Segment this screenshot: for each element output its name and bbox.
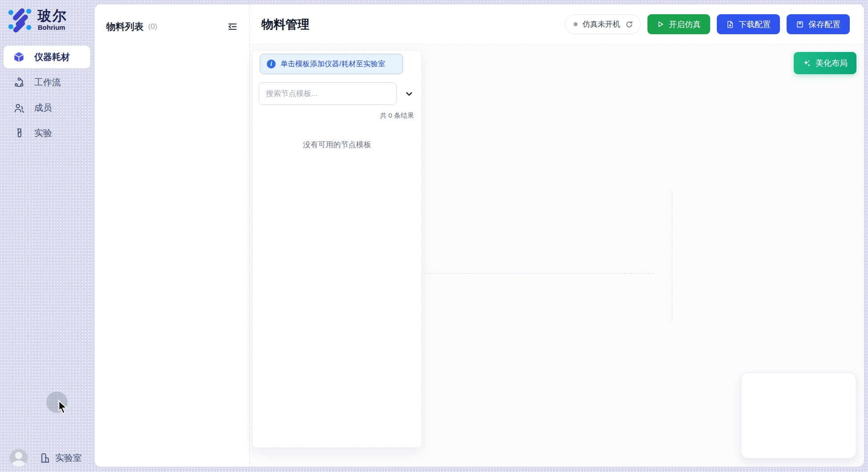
cursor-pointer (56, 400, 69, 415)
refresh-status-button[interactable] (625, 20, 633, 28)
beautify-layout-label: 美化布局 (816, 58, 848, 68)
empty-templates-text: 没有可用的节点模板 (253, 140, 422, 150)
workflow-icon (13, 76, 25, 88)
materials-list-panel: 物料列表 (0) (95, 4, 249, 467)
sidebar-item-label: 成员 (34, 102, 52, 114)
cube-icon (13, 51, 25, 63)
simulation-status-pill: 仿真未开机 (565, 14, 641, 34)
download-config-button[interactable]: 下载配置 (717, 14, 780, 34)
lab-entry-label: 实验室 (55, 452, 82, 464)
building-icon (40, 452, 51, 464)
bohrium-logo-icon (7, 7, 33, 33)
sidebar-item-label: 实验 (34, 127, 52, 139)
beautify-layout-button[interactable]: 美化布局 (794, 52, 856, 74)
main-header: 物料管理 仿真未开机 开启仿真 (249, 4, 864, 44)
download-config-label: 下载配置 (739, 19, 771, 30)
experiment-icon (13, 127, 25, 139)
sparkles-icon (803, 59, 811, 68)
save-config-label: 保存配置 (808, 19, 840, 30)
template-search-row (259, 82, 415, 105)
info-icon: i (267, 60, 276, 68)
simulation-status-text: 仿真未开机 (583, 19, 620, 29)
brand-name: 玻尔 (38, 9, 67, 24)
alignment-guide-horizontal (422, 273, 654, 274)
sidebar-nav: 仪器耗材 工作流 (0, 46, 95, 147)
sidebar-footer: 实验室 (10, 449, 82, 467)
sidebar-item-label: 工作流 (34, 76, 61, 88)
results-count: 共 0 条结果 (253, 112, 414, 120)
layout-canvas[interactable]: i 单击模板添加仪器/耗材至实验室 共 0 条结果 没有可用的节点模板 (249, 44, 864, 467)
template-hint-text: 单击模板添加仪器/耗材至实验室 (281, 59, 386, 69)
save-icon (796, 20, 804, 28)
brand-logo: 玻尔 Bohrium (7, 7, 67, 33)
template-hint-banner: i 单击模板添加仪器/耗材至实验室 (260, 54, 403, 74)
materials-list-count: (0) (148, 22, 157, 31)
status-dot (574, 22, 578, 26)
content-card: 物料列表 (0) 物料管理 仿真未开机 (95, 4, 864, 467)
app-root: { "brand": { "name": "玻尔", "subtitle": "… (0, 0, 868, 472)
sidebar: 玻尔 Bohrium 仪器耗材 (0, 0, 95, 472)
sidebar-item-instruments[interactable]: 仪器耗材 (4, 46, 90, 68)
file-download-icon (726, 20, 734, 28)
sidebar-item-experiment[interactable]: 实验 (4, 122, 90, 144)
lab-entry-button[interactable]: 实验室 (40, 452, 82, 464)
play-icon (657, 20, 664, 28)
start-simulation-button[interactable]: 开启仿真 (647, 14, 710, 34)
brand-subtitle: Bohrium (38, 24, 67, 31)
refresh-icon (625, 20, 633, 28)
sidebar-item-label: 仪器耗材 (34, 51, 70, 63)
chevron-down-icon (404, 89, 414, 99)
materials-list-header: 物料列表 (0) (95, 4, 249, 33)
sidebar-item-workflow[interactable]: 工作流 (4, 71, 90, 94)
sidebar-item-members[interactable]: 成员 (4, 96, 90, 119)
collapse-panel-button[interactable] (227, 21, 238, 32)
user-avatar-icon[interactable] (10, 449, 28, 467)
save-config-button[interactable]: 保存配置 (787, 14, 850, 34)
page-title: 物料管理 (261, 16, 309, 32)
start-simulation-label: 开启仿真 (669, 19, 701, 30)
main-column: 物料管理 仿真未开机 开启仿真 (249, 4, 864, 467)
template-search-input[interactable] (259, 82, 397, 105)
template-panel: i 单击模板添加仪器/耗材至实验室 共 0 条结果 没有可用的节点模板 (252, 50, 422, 448)
collapse-panel-icon (227, 21, 238, 32)
alignment-guide-vertical (672, 191, 672, 321)
members-icon (13, 102, 25, 114)
expand-templates-button[interactable] (404, 89, 414, 99)
header-actions: 仿真未开机 开启仿真 (565, 14, 850, 34)
materials-list-title: 物料列表 (106, 20, 144, 33)
minimap-panel[interactable] (741, 372, 856, 459)
